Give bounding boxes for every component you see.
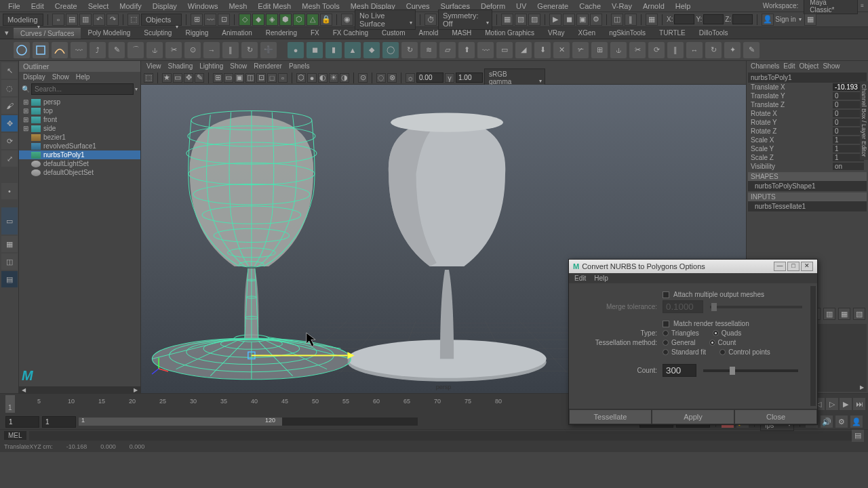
tessellate-button[interactable]: Tessellate [569,409,652,424]
anim-in-input[interactable] [42,416,76,428]
vp-res-gate-icon[interactable]: ▣ [235,73,244,83]
insert-knot-icon[interactable]: ⊙ [184,42,201,58]
planar-icon[interactable]: ▱ [439,42,456,58]
layer-tab-b-icon[interactable]: ▥ [823,308,835,320]
snap-grid-icon[interactable]: ⊞ [191,14,203,26]
layout-outliner-icon[interactable]: ▤ [1,271,18,287]
workspace-menu-icon[interactable]: ≡ [859,3,865,9]
shelf-tab-animation[interactable]: Animation [215,28,258,38]
intersect-icon[interactable]: ✕ [553,42,570,58]
nurbs-cylinder-icon[interactable]: ▮ [326,42,342,58]
menuset-dropdown[interactable]: Modeling [3,14,43,26]
vp-gate-mask-icon[interactable]: ◫ [245,73,255,83]
ch-tz-label[interactable]: Translate Z [751,101,785,108]
ep-curve-icon[interactable] [52,42,68,58]
vp-textured-icon[interactable]: ◐ [318,73,328,83]
audio-icon[interactable]: 🔊 [821,415,833,428]
bezier-icon[interactable]: ⤴ [90,42,106,58]
ch-ry-label[interactable]: Rotate Y [751,119,777,126]
type-quads-radio[interactable] [713,330,719,336]
nurbs-torus-icon[interactable]: ◯ [382,42,399,58]
open-close-icon[interactable]: ⟳ [648,42,665,58]
nurbs-sphere-icon[interactable]: ● [288,42,304,58]
layout-b-icon[interactable]: ▧ [515,14,527,26]
shelf-tab-curves-surfaces[interactable]: Curves / Surfaces [14,28,81,39]
anim-start-input[interactable] [5,416,39,428]
layout-a-icon[interactable]: ▦ [501,14,513,26]
vp-safe-title-icon[interactable]: ▫ [278,73,288,83]
menu-editmesh[interactable]: Edit Mesh [252,2,296,10]
layout-c-icon[interactable]: ▨ [528,14,540,26]
menu-generate[interactable]: Generate [532,2,574,10]
select-filter-dropdown[interactable]: Objects [141,14,182,26]
mel-label[interactable]: MEL [4,431,26,440]
trim-icon[interactable]: ✃ [572,42,589,58]
signin-link[interactable]: Sign in [775,16,796,23]
outliner-display[interactable]: Display [23,73,45,81]
menu-file[interactable]: File [3,2,26,10]
char-set-icon[interactable]: 👤 [850,415,863,428]
snap-f-icon[interactable]: △ [307,14,319,26]
menu-arnold[interactable]: Arnold [637,2,670,10]
detach-surface-icon[interactable]: ✂ [629,42,646,58]
panel-c-icon[interactable]: ▦ [646,14,658,26]
snap-b-icon[interactable]: ◆ [252,14,264,26]
shelf-toggle-icon[interactable]: ▾ [0,28,14,37]
outliner-search[interactable] [31,83,134,95]
menu-modify[interactable]: Modify [114,2,146,10]
add-point-icon[interactable]: ➕ [260,42,277,58]
menu-edit[interactable]: Edit [26,2,50,10]
select-tool[interactable]: ↖ [1,62,18,79]
outliner-scroll-left-icon[interactable]: ◀ [22,387,26,393]
rebuild-curve-icon[interactable]: ↻ [241,42,258,58]
outliner-item-objectset[interactable]: defaultObjectSet [19,168,140,177]
outliner-item-lightset[interactable]: defaultLightSet [19,159,140,168]
x-input[interactable] [674,14,694,24]
vp-shading[interactable]: Shading [168,62,193,70]
vp-show[interactable]: Show [230,62,247,70]
z-input[interactable] [732,14,753,24]
attach-surface-icon[interactable]: ⫝ [610,42,627,58]
outliner-item-revolved[interactable]: revolvedSurface1 [19,142,140,150]
goto-end-icon[interactable]: ⏭ [853,398,865,410]
ch-tx-label[interactable]: Translate X [751,83,785,91]
snap-d-icon[interactable]: ⬢ [279,14,292,26]
menu-select[interactable]: Select [83,2,115,10]
sculpt-surface-icon[interactable]: ✦ [724,42,741,58]
save-scene-icon[interactable]: ▥ [79,14,92,26]
live-surface-dropdown[interactable]: No Live Surface [355,9,416,30]
vp-field-chart-icon[interactable]: ⊡ [256,73,266,83]
workspace-dropdown[interactable]: Maya Classic* [804,0,858,14]
vp-select-cam-icon[interactable]: ⬚ [144,73,153,83]
shelf-tab-rendering[interactable]: Rendering [259,28,304,38]
menu-cache[interactable]: Cache [574,2,606,10]
script-editor-icon[interactable]: ▤ [852,430,864,442]
vp-shaded-icon[interactable]: ● [307,73,317,83]
arc-icon[interactable]: ⌒ [127,42,144,58]
rebuild-surface-icon[interactable]: ↻ [705,42,722,58]
cb-input-node[interactable]: nurbsTessellate1 [748,201,867,211]
pencil-curve-icon[interactable]: ✎ [108,42,125,58]
outliner-item-bezier1[interactable]: bezier1 [19,133,140,142]
layer-scroll-right-icon[interactable]: ▶ [860,384,864,390]
vp-2d-pan-icon[interactable]: ✥ [184,73,193,83]
shelf-tab-ngskin[interactable]: ngSkinTools [602,28,652,38]
vp-renderer[interactable]: Renderer [254,62,282,70]
nurbs-circle-icon[interactable] [14,42,30,58]
marketplace-icon[interactable]: ▦ [804,14,816,26]
dialog-scrollbar[interactable] [810,286,816,406]
cb-object[interactable]: Object [800,62,819,70]
vp-safe-action-icon[interactable]: □ [267,73,277,83]
ch-ty-label[interactable]: Translate Y [751,92,785,100]
close-button[interactable]: ✕ [801,262,813,271]
snap-e-icon[interactable]: ⬡ [293,14,305,26]
count-input[interactable] [663,364,696,377]
boundary-icon[interactable]: ▭ [496,42,513,58]
vp-lighting[interactable]: Lighting [199,62,223,70]
layer-tab-c-icon[interactable]: ▦ [838,308,850,320]
vp-bookmark-icon[interactable]: ★ [162,73,172,83]
anim-prefs-icon[interactable]: ⚙ [835,415,848,428]
method-standard-radio[interactable] [663,349,669,355]
vp-gamma-icon[interactable]: γ [445,73,454,83]
menu-vray[interactable]: V-Ray [606,2,637,10]
